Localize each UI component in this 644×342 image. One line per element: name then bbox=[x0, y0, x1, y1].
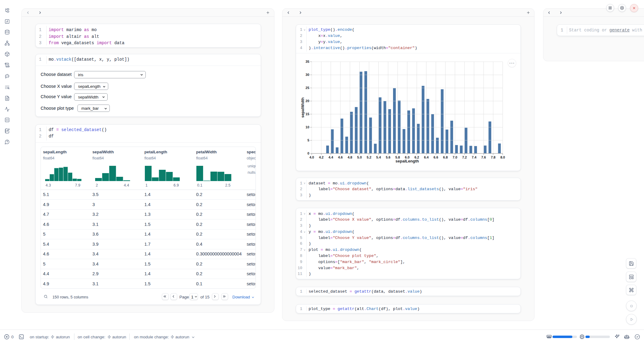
svg-text:15: 15 bbox=[306, 112, 309, 116]
svg-text:6.0: 6.0 bbox=[405, 155, 410, 159]
svg-text:10: 10 bbox=[306, 125, 309, 129]
svg-text:4.0: 4.0 bbox=[309, 155, 314, 159]
svg-text:20: 20 bbox=[306, 99, 309, 103]
svg-text:5.8: 5.8 bbox=[395, 155, 400, 159]
svg-text:6.6: 6.6 bbox=[434, 155, 438, 159]
svg-text:0: 0 bbox=[307, 151, 309, 155]
svg-text:4.6: 4.6 bbox=[338, 155, 343, 159]
svg-text:sepalLength: sepalLength bbox=[395, 159, 419, 163]
svg-text:4.4: 4.4 bbox=[328, 155, 333, 159]
svg-text:8.0: 8.0 bbox=[500, 155, 505, 159]
svg-text:6.8: 6.8 bbox=[443, 155, 448, 159]
svg-text:5.4: 5.4 bbox=[376, 155, 381, 159]
svg-text:4.8: 4.8 bbox=[348, 155, 352, 159]
svg-text:5.2: 5.2 bbox=[367, 155, 371, 159]
svg-text:25: 25 bbox=[306, 86, 309, 90]
svg-text:7.0: 7.0 bbox=[453, 155, 457, 159]
svg-text:5.6: 5.6 bbox=[386, 155, 390, 159]
svg-text:30: 30 bbox=[306, 73, 309, 77]
svg-text:5: 5 bbox=[307, 138, 309, 142]
svg-text:sepalWidth: sepalWidth bbox=[301, 98, 305, 118]
svg-text:7.6: 7.6 bbox=[481, 155, 486, 159]
svg-text:35: 35 bbox=[306, 60, 309, 63]
svg-text:5.0: 5.0 bbox=[357, 155, 362, 159]
svg-text:4.2: 4.2 bbox=[319, 155, 324, 159]
svg-text:7.8: 7.8 bbox=[491, 155, 496, 159]
svg-text:6.2: 6.2 bbox=[414, 155, 419, 159]
svg-text:7.2: 7.2 bbox=[462, 155, 467, 159]
svg-text:7.4: 7.4 bbox=[472, 155, 477, 159]
svg-text:6.4: 6.4 bbox=[424, 155, 429, 159]
